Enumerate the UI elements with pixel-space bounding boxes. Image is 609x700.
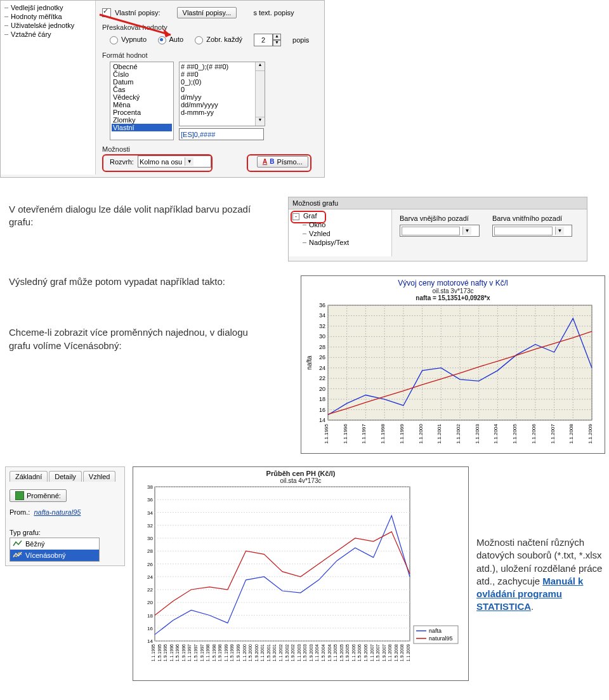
color-swatch bbox=[494, 227, 553, 235]
tree-item[interactable]: Hodnoty měřítka bbox=[4, 12, 91, 21]
svg-text:1.9.2007: 1.9.2007 bbox=[382, 644, 386, 661]
scroll-up-icon[interactable]: ▲ bbox=[256, 62, 265, 71]
variables-button[interactable]: Proměnné: bbox=[10, 489, 67, 502]
chart-subtitle: oil.sta 4v*173c bbox=[136, 477, 466, 484]
list-item[interactable]: Datum bbox=[112, 78, 172, 86]
variables-button-label: Proměnné: bbox=[27, 492, 61, 499]
tree-item[interactable]: Uživatelské jednotky bbox=[4, 21, 91, 30]
radio-zobr-kazdy[interactable]: Zobr. každý bbox=[195, 36, 242, 44]
dialog-tree[interactable]: Vedlejší jednotky Hodnoty měřítka Uživat… bbox=[1, 1, 96, 175]
graph-type-list[interactable]: Běžný Vícenásobný bbox=[10, 538, 100, 562]
svg-text:1.1.2004: 1.1.2004 bbox=[315, 644, 319, 661]
radio-auto[interactable]: Auto bbox=[158, 36, 183, 44]
svg-text:1.5.2004: 1.5.2004 bbox=[321, 644, 325, 661]
svg-text:1.5.2005: 1.5.2005 bbox=[339, 644, 344, 661]
svg-text:1.1.2008: 1.1.2008 bbox=[568, 423, 574, 444]
tab-detaily[interactable]: Detaily bbox=[49, 471, 82, 482]
svg-text:24: 24 bbox=[319, 365, 325, 371]
list-item[interactable]: dd/mm/yyyy bbox=[181, 101, 263, 109]
svg-text:1.1.2007: 1.1.2007 bbox=[370, 644, 374, 661]
svg-text:1.1.1999: 1.1.1999 bbox=[224, 644, 228, 661]
svg-text:1.5.2003: 1.5.2003 bbox=[303, 644, 307, 661]
list-item[interactable]: Obecné bbox=[112, 63, 172, 70]
tree-root-label[interactable]: Graf bbox=[303, 212, 317, 220]
tree-collapse-icon[interactable]: - bbox=[292, 213, 299, 220]
list-item[interactable]: Čas bbox=[112, 86, 172, 93]
svg-text:1.9.1996: 1.9.1996 bbox=[181, 644, 186, 661]
svg-text:1.1.1999: 1.1.1999 bbox=[399, 423, 405, 444]
format-type-list[interactable]: Obecné Číslo Datum Čas Vědecký Měna Proc… bbox=[110, 62, 174, 140]
list-item[interactable]: Procenta bbox=[112, 109, 172, 116]
dropdown-arrow-icon: ▼ bbox=[185, 157, 193, 166]
scrollbar[interactable]: ▲ ▼ bbox=[255, 62, 265, 126]
list-item[interactable]: Číslo bbox=[112, 70, 172, 78]
svg-text:36: 36 bbox=[319, 302, 325, 308]
svg-text:nafta: nafta bbox=[429, 628, 442, 634]
list-item[interactable]: Běžný bbox=[10, 538, 99, 550]
svg-text:1.1.2002: 1.1.2002 bbox=[455, 423, 461, 444]
spin-down-icon[interactable]: ▼ bbox=[273, 40, 281, 46]
list-item[interactable]: # ##0 bbox=[181, 70, 263, 78]
rozvrh-label: Rozvrh: bbox=[110, 158, 134, 166]
inner-bg-dropdown[interactable]: ▼ bbox=[492, 225, 572, 237]
svg-text:1.1.2003: 1.1.2003 bbox=[297, 644, 301, 661]
list-item[interactable]: Zlomky bbox=[112, 116, 172, 124]
svg-text:natural95: natural95 bbox=[429, 635, 453, 642]
paragraph: Možnosti načtení různých datových soubor… bbox=[476, 536, 603, 614]
list-item[interactable]: 0 bbox=[181, 86, 263, 93]
vlastni-popisy-checkbox[interactable] bbox=[102, 8, 111, 17]
vlastni-popisy-button[interactable]: Vlastní popisy... bbox=[177, 7, 237, 18]
svg-text:1.5.2006: 1.5.2006 bbox=[357, 644, 362, 661]
svg-text:14: 14 bbox=[147, 638, 153, 644]
svg-text:1.9.1999: 1.9.1999 bbox=[236, 644, 240, 661]
spin-up-icon[interactable]: ▲ bbox=[273, 34, 281, 40]
svg-text:1.9.1998: 1.9.1998 bbox=[218, 644, 222, 661]
format-examples-list[interactable]: # ##0_);(# ##0) # ##0 0_);(0) 0 d/m/yy d… bbox=[179, 62, 265, 126]
rozvrh-dropdown[interactable]: Kolmo na osu ▼ bbox=[138, 155, 211, 168]
list-item[interactable]: Měna bbox=[112, 101, 172, 109]
options-tree[interactable]: - Graf Okno Vzhled Nadpisy/Text bbox=[289, 209, 392, 256]
popis-count-spinner[interactable]: ▲▼ bbox=[254, 34, 281, 46]
dialog-title: Možnosti grafu bbox=[289, 197, 587, 209]
tree-item[interactable]: Okno bbox=[303, 220, 388, 229]
svg-text:1.9.2005: 1.9.2005 bbox=[345, 644, 350, 661]
svg-text:1.1.2001: 1.1.2001 bbox=[260, 644, 265, 661]
list-item[interactable]: d/m/yy bbox=[181, 93, 263, 101]
list-item[interactable]: 0_);(0) bbox=[181, 78, 263, 86]
list-item[interactable]: # ##0_);(# ##0) bbox=[181, 63, 263, 70]
prom-value: nafta-natural95 bbox=[34, 508, 81, 516]
svg-text:1.5.2008: 1.5.2008 bbox=[394, 644, 398, 661]
list-item-selected[interactable]: Vícenásobný bbox=[10, 550, 99, 561]
list-item[interactable]: Vědecký bbox=[112, 93, 172, 101]
pismo-button[interactable]: AB Písmo... bbox=[257, 156, 308, 168]
svg-text:16: 16 bbox=[147, 626, 153, 631]
list-item[interactable]: d-mmm-yy bbox=[181, 109, 263, 116]
svg-text:24: 24 bbox=[147, 574, 153, 580]
svg-text:1.1.1997: 1.1.1997 bbox=[361, 423, 367, 444]
tree-item[interactable]: Vedlejší jednotky bbox=[4, 3, 91, 12]
tab-zakladni[interactable]: Základní bbox=[10, 471, 48, 482]
svg-text:30: 30 bbox=[147, 536, 153, 541]
tree-item[interactable]: Nadpisy/Text bbox=[303, 238, 388, 247]
font-icon: A bbox=[263, 158, 267, 165]
chart-equation: nafta = 15,1351+0,0928*x bbox=[304, 294, 602, 301]
radio-vypnuto-label: Vypnuto bbox=[121, 36, 147, 43]
paragraph: Chceme-li zobrazit více proměnných najed… bbox=[9, 326, 282, 352]
vlastni-popisy-label: Vlastní popisy: bbox=[115, 9, 160, 17]
svg-text:1.1.2009: 1.1.2009 bbox=[406, 644, 410, 661]
dialog-pane: Vlastní popisy: Vlastní popisy... s text… bbox=[96, 1, 324, 176]
tree-item[interactable]: Vzhled bbox=[303, 229, 388, 238]
tab-vzhled[interactable]: Vzhled bbox=[83, 471, 116, 482]
list-item-label: Vícenásobný bbox=[25, 551, 66, 559]
svg-text:38: 38 bbox=[147, 484, 153, 490]
tree-item[interactable]: Vztažné čáry bbox=[4, 30, 91, 39]
scroll-down-icon[interactable]: ▼ bbox=[256, 117, 265, 126]
popis-count-input[interactable] bbox=[254, 34, 273, 46]
s-text-popisy-label: s text. popisy bbox=[253, 9, 294, 17]
rozvrh-value: Kolmo na osu bbox=[140, 158, 182, 166]
outer-bg-dropdown[interactable]: ▼ bbox=[400, 225, 480, 237]
custom-format-input[interactable]: [ES]0,#### bbox=[179, 128, 264, 140]
axis-dialog: Vedlejší jednotky Hodnoty měřítka Uživat… bbox=[0, 0, 325, 178]
list-item-selected[interactable]: Vlastní bbox=[112, 124, 172, 131]
radio-vypnuto[interactable]: Vypnuto bbox=[110, 36, 147, 44]
